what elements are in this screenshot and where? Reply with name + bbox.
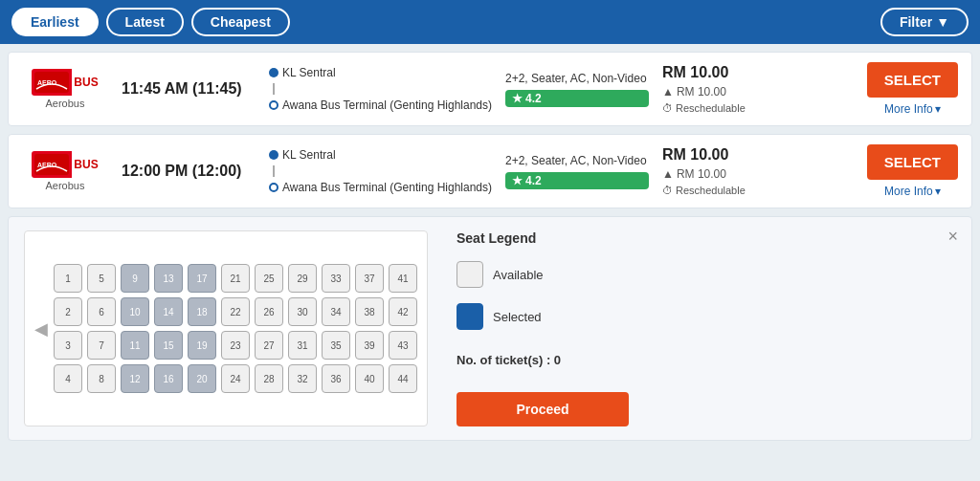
- origin-label-2: KL Sentral: [282, 148, 336, 162]
- seat-34[interactable]: 34: [322, 297, 350, 326]
- ticket-count: No. of ticket(s) : 0: [457, 353, 629, 367]
- price-col-2: RM 10.00 ▲ RM 10.00 ⏱ Reschedulable: [662, 146, 825, 196]
- info-col-2: 2+2, Seater, AC, Non-Video ★ 4.2: [505, 154, 649, 189]
- seat-28[interactable]: 28: [255, 364, 283, 393]
- origin-label-1: KL Sentral: [282, 66, 336, 79]
- rating-badge-1: ★ 4.2: [505, 90, 649, 107]
- seat-col-1: 5678: [87, 264, 116, 393]
- seat-22[interactable]: 22: [221, 297, 250, 326]
- seat-18[interactable]: 18: [188, 297, 216, 326]
- more-info-link-1[interactable]: More Info ▾: [884, 102, 941, 116]
- seat-36[interactable]: 36: [322, 364, 350, 393]
- seat-35[interactable]: 35: [322, 331, 350, 360]
- proceed-button[interactable]: Proceed: [457, 392, 629, 426]
- star-icon-1: ★: [512, 92, 523, 105]
- seat-12[interactable]: 12: [121, 364, 149, 393]
- seat-7[interactable]: 7: [87, 331, 116, 360]
- seat-37[interactable]: 37: [355, 264, 384, 293]
- seat-29[interactable]: 29: [288, 264, 317, 293]
- seat-31[interactable]: 31: [288, 331, 317, 360]
- seat-43[interactable]: 43: [389, 331, 417, 360]
- price-main-2: RM 10.00: [662, 146, 728, 164]
- reschedule-icon-2: ⏱: [662, 185, 673, 196]
- more-info-link-2[interactable]: More Info ▾: [884, 185, 941, 198]
- select-col-2: SELECT More Info ▾: [867, 144, 958, 198]
- filter-label: Filter: [900, 14, 932, 30]
- seat-24[interactable]: 24: [221, 364, 250, 393]
- seat-17[interactable]: 17: [188, 264, 216, 293]
- selected-label: Selected: [493, 310, 542, 324]
- price-arrow-icon-1: ▲: [662, 85, 674, 98]
- seat-42[interactable]: 42: [389, 297, 417, 326]
- seat-1[interactable]: 1: [54, 264, 82, 293]
- seat-14[interactable]: 14: [154, 297, 183, 326]
- seat-col-3: 13141516: [154, 264, 183, 393]
- seat-19[interactable]: 19: [188, 331, 216, 360]
- result-card-2: AERO BUS Aerobus 12:00 PM (12:00) KL Sen…: [8, 134, 972, 208]
- seat-23[interactable]: 23: [221, 331, 250, 360]
- seat-26[interactable]: 26: [255, 297, 283, 326]
- seat-col-4: 17181920: [188, 264, 216, 393]
- rating-badge-2: ★ 4.2: [505, 172, 649, 189]
- reschedule-2: ⏱ Reschedulable: [662, 185, 746, 196]
- seat-8[interactable]: 8: [87, 364, 116, 393]
- seat-3[interactable]: 3: [54, 331, 82, 360]
- selected-seat-icon: [457, 303, 483, 330]
- aerobus-logo-2: AERO BUS: [32, 151, 98, 178]
- origin-dot-2: [269, 150, 278, 160]
- dest-label-1: Awana Bus Terminal (Genting Highlands): [282, 98, 492, 112]
- seat-5[interactable]: 5: [87, 264, 116, 293]
- prev-arrow-icon[interactable]: ◀: [34, 318, 48, 339]
- seat-col-9: 37383940: [355, 264, 384, 393]
- seat-16[interactable]: 16: [154, 364, 183, 393]
- earliest-button[interactable]: Earliest: [11, 8, 99, 36]
- seat-map-wrapper: ◀ 12345678910111213141516171819202122232…: [24, 230, 428, 426]
- brand-name-2: Aerobus: [46, 180, 85, 191]
- filter-icon: ▼: [936, 14, 949, 30]
- seat-10[interactable]: 10: [121, 297, 149, 326]
- price-main-1: RM 10.00: [662, 64, 728, 81]
- seat-40[interactable]: 40: [355, 364, 384, 393]
- seat-41[interactable]: 41: [389, 264, 417, 293]
- seat-col-5: 21222324: [221, 264, 250, 393]
- cheapest-button[interactable]: Cheapest: [191, 8, 290, 36]
- seat-col-8: 33343536: [322, 264, 350, 393]
- seat-38[interactable]: 38: [355, 297, 384, 326]
- select-button-1[interactable]: SELECT: [867, 62, 958, 98]
- legend-available: Available: [457, 261, 629, 288]
- time-col-1: 11:45 AM (11:45): [122, 80, 256, 98]
- dest-dot-2: [269, 183, 278, 192]
- chevron-down-icon-1: ▾: [935, 102, 941, 116]
- seat-panel: × ◀ 123456789101112131415161718192021222…: [8, 216, 972, 441]
- latest-button[interactable]: Latest: [106, 8, 184, 36]
- seat-39[interactable]: 39: [355, 331, 384, 360]
- seat-25[interactable]: 25: [255, 264, 283, 293]
- seat-30[interactable]: 30: [288, 297, 317, 326]
- seat-44[interactable]: 44: [389, 364, 417, 393]
- bus-type-2: 2+2, Seater, AC, Non-Video: [505, 154, 649, 167]
- route-line-2: [273, 165, 275, 177]
- seat-20[interactable]: 20: [188, 364, 216, 393]
- seat-4[interactable]: 4: [54, 364, 82, 393]
- seat-32[interactable]: 32: [288, 364, 317, 393]
- seat-2[interactable]: 2: [54, 297, 82, 326]
- seat-21[interactable]: 21: [221, 264, 250, 293]
- select-button-2[interactable]: SELECT: [867, 144, 958, 180]
- seat-11[interactable]: 11: [121, 331, 149, 360]
- brand-col-1: AERO BUS Aerobus: [22, 69, 108, 109]
- bus-type-1: 2+2, Seater, AC, Non-Video: [505, 72, 649, 85]
- filter-button[interactable]: Filter ▼: [880, 8, 969, 36]
- seat-13[interactable]: 13: [154, 264, 183, 293]
- seat-6[interactable]: 6: [87, 297, 116, 326]
- dest-label-2: Awana Bus Terminal (Genting Highlands): [282, 181, 492, 194]
- time-col-2: 12:00 PM (12:00): [122, 163, 256, 180]
- seat-15[interactable]: 15: [154, 331, 183, 360]
- select-col-1: SELECT More Info ▾: [867, 62, 958, 116]
- available-label: Available: [493, 268, 544, 282]
- seat-9[interactable]: 9: [121, 264, 149, 293]
- close-button[interactable]: ×: [947, 227, 958, 247]
- seat-27[interactable]: 27: [255, 331, 283, 360]
- seat-33[interactable]: 33: [322, 264, 350, 293]
- seat-col-10: 41424344: [389, 264, 417, 393]
- reschedule-icon-1: ⏱: [662, 102, 673, 114]
